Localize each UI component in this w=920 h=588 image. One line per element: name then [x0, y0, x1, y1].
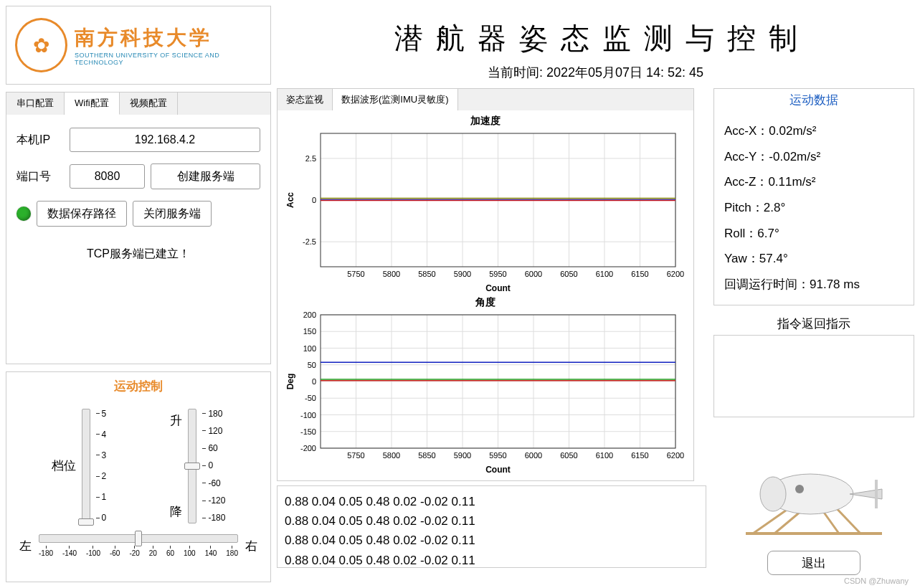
svg-text:5900: 5900 [454, 451, 471, 460]
svg-point-76 [760, 477, 786, 511]
svg-text:Deg: Deg [285, 374, 295, 390]
motion-data-row-4: Roll：6.7° [724, 221, 904, 247]
config-tab-0[interactable]: 串口配置 [6, 93, 65, 115]
chart-area: 姿态监视数据波形(监测IMU灵敏度) 加速度-2.502.55750580058… [277, 88, 694, 481]
chart-tab-1[interactable]: 数据波形(监测IMU灵敏度) [333, 89, 458, 110]
motion-data-row-1: Acc-Y：-0.02m/s² [724, 144, 904, 170]
svg-text:5800: 5800 [383, 270, 400, 278]
svg-text:6100: 6100 [596, 451, 613, 460]
svg-text:-2.5: -2.5 [303, 237, 316, 246]
page-title: 潜航器姿态监测与控制 [277, 19, 914, 58]
motion-data-title: 运动数据 [714, 89, 914, 111]
svg-text:6150: 6150 [631, 270, 648, 278]
log-line: 0.88 0.04 0.05 0.48 0.02 -0.02 0.11 [285, 531, 698, 550]
config-tab-2[interactable]: 视频配置 [120, 93, 178, 115]
svg-text:5750: 5750 [347, 270, 364, 278]
motion-data-row-6: 回调运行时间：91.78 ms [724, 272, 904, 298]
chart-tab-0[interactable]: 姿态监视 [278, 89, 333, 110]
svg-text:-150: -150 [300, 427, 316, 436]
svg-text:50: 50 [308, 361, 316, 369]
svg-text:6200: 6200 [667, 451, 684, 460]
gear-label: 档位 [52, 457, 76, 474]
data-log[interactable]: 0.88 0.04 0.05 0.48 0.02 -0.02 0.110.88 … [277, 485, 706, 568]
svg-text:6000: 6000 [525, 451, 542, 460]
gear-slider[interactable] [82, 409, 90, 523]
logo-area: 南方科技大学 SOUTHERN UNIVERSITY OF SCIENCE AN… [6, 6, 271, 85]
svg-text:-100: -100 [300, 411, 316, 419]
motion-data-row-5: Yaw：57.4° [724, 246, 904, 272]
logo-cn-text: 南方科技大学 [75, 24, 262, 52]
leftright-slider[interactable] [39, 534, 238, 543]
svg-text:Count: Count [485, 465, 511, 475]
right-label: 右 [245, 538, 257, 554]
updown-slider[interactable] [188, 409, 196, 523]
ip-label: 本机IP [16, 133, 64, 148]
svg-text:-50: -50 [305, 394, 316, 402]
port-input[interactable] [70, 164, 145, 189]
svg-point-77 [795, 485, 804, 493]
status-led-icon [16, 207, 31, 221]
svg-text:150: 150 [303, 327, 316, 336]
svg-text:100: 100 [303, 344, 316, 353]
chart-0: -2.502.557505800585059005950600060506100… [280, 129, 691, 294]
motion-data-row-0: Acc-X：0.02m/s² [724, 118, 904, 144]
svg-text:5850: 5850 [418, 270, 435, 278]
university-seal-icon [15, 18, 67, 72]
motion-data-box: 运动数据 Acc-X：0.02m/s²Acc-Y：-0.02m/s²Acc-Z：… [713, 88, 914, 305]
svg-text:6000: 6000 [525, 270, 542, 278]
ip-input[interactable] [70, 128, 260, 152]
svg-text:5750: 5750 [347, 451, 364, 460]
svg-text:0: 0 [312, 196, 316, 204]
chart-title-1: 角度 [280, 296, 691, 309]
up-label: 升 [170, 412, 182, 429]
svg-text:200: 200 [303, 310, 316, 319]
svg-text:6050: 6050 [560, 270, 577, 278]
down-label: 降 [170, 503, 182, 520]
svg-text:2.5: 2.5 [305, 154, 316, 163]
config-panel: 串口配置Wifi配置视频配置 本机IP 端口号 创建服务端 数据保存路径 关闭服… [6, 92, 271, 364]
close-server-button[interactable]: 关闭服务端 [133, 201, 212, 227]
svg-text:0: 0 [312, 377, 316, 386]
submarine-model-image [713, 422, 914, 546]
motion-data-row-2: Acc-Z：0.11m/s² [724, 169, 904, 195]
exit-button[interactable]: 退出 [767, 551, 860, 575]
svg-text:6200: 6200 [667, 270, 684, 278]
svg-text:Acc: Acc [285, 192, 295, 208]
svg-text:6150: 6150 [631, 451, 648, 460]
svg-text:Count: Count [485, 283, 511, 293]
tcp-status-text: TCP服务端已建立！ [16, 247, 260, 262]
logo-en-text: SOUTHERN UNIVERSITY OF SCIENCE AND TECHN… [75, 52, 262, 66]
save-path-button[interactable]: 数据保存路径 [37, 201, 127, 227]
config-tab-1[interactable]: Wifi配置 [65, 93, 120, 115]
motion-control-panel: 运动控制 档位 543210 升 降 1 [6, 371, 271, 582]
svg-text:5850: 5850 [418, 451, 435, 460]
port-label: 端口号 [16, 169, 64, 184]
chart-1: -200-150-100-500501001502005750580058505… [280, 310, 691, 475]
cmd-return-title: 指令返回指示 [713, 313, 914, 335]
log-line: 0.88 0.04 0.05 0.48 0.02 -0.02 0.11 [285, 551, 698, 568]
motion-data-row-3: Pitch：2.8° [724, 195, 904, 221]
log-line: 0.88 0.04 0.05 0.48 0.02 -0.02 0.11 [285, 511, 698, 531]
watermark: CSDN @Zhuwany [844, 577, 909, 585]
current-time: 当前时间: 2022年05月07日 14: 52: 45 [277, 64, 914, 81]
left-label: 左 [19, 538, 32, 554]
svg-text:5950: 5950 [489, 270, 506, 278]
svg-rect-78 [875, 480, 878, 508]
svg-text:6050: 6050 [560, 451, 577, 460]
motion-control-title: 运动控制 [19, 378, 257, 394]
svg-text:5800: 5800 [383, 451, 400, 460]
svg-text:5900: 5900 [454, 270, 471, 278]
cmd-return-box [713, 335, 914, 417]
svg-text:6100: 6100 [596, 270, 613, 278]
create-server-button[interactable]: 创建服务端 [151, 163, 260, 189]
svg-text:5950: 5950 [489, 451, 506, 460]
svg-text:-200: -200 [300, 444, 316, 452]
chart-title-0: 加速度 [280, 115, 691, 128]
log-line: 0.88 0.04 0.05 0.48 0.02 -0.02 0.11 [285, 492, 698, 511]
